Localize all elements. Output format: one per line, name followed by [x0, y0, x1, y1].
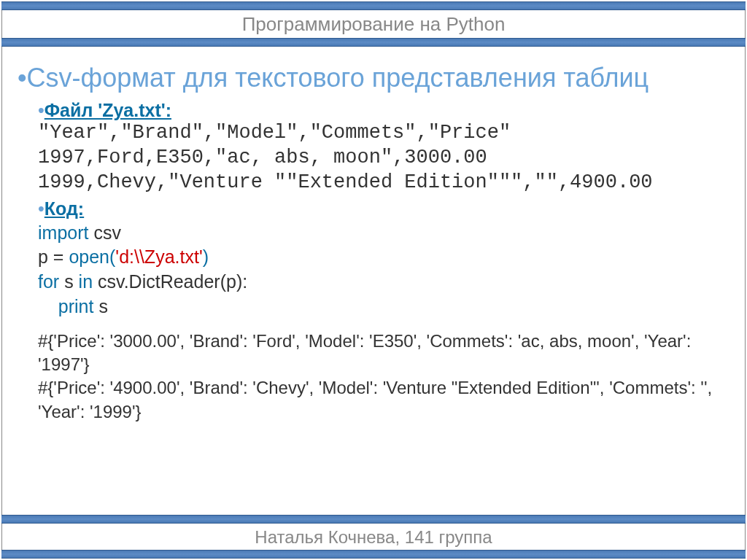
main-title: •Csv-формат для текстового представления… — [18, 63, 729, 93]
file-line-1: "Year","Brand","Model","Commets","Price" — [38, 121, 729, 146]
keyword-for: for — [38, 271, 59, 292]
keyword-print: print — [58, 296, 94, 316]
output-block: #{'Price': '3000.00', 'Brand': 'Ford', '… — [38, 330, 729, 424]
file-line-3: 1999,Chevy,"Venture ""Extended Edition""… — [38, 171, 729, 195]
code-line-3: for s in csv.DictReader(p): — [38, 270, 729, 295]
bullet-icon: • — [38, 198, 44, 219]
output-line-2: #{'Price': '4900.00', 'Brand': 'Chevy', … — [38, 376, 729, 424]
header-region: Программирование на Python — [1, 1, 746, 47]
header-title: Программирование на Python — [1, 13, 746, 36]
footer-region: Наталья Кочнева, 141 группа — [1, 515, 746, 559]
indent — [38, 296, 58, 316]
sub-block: •Файл 'Zya.txt': "Year","Brand","Model",… — [38, 100, 729, 424]
file-line-2: 1997,Ford,E350,"ac, abs, moon",3000.00 — [38, 146, 729, 171]
var-assign: p = — [38, 246, 69, 267]
keyword-import: import — [38, 222, 88, 243]
footer-text: Наталья Кочнева, 141 группа — [1, 527, 746, 548]
top-divider-lower — [1, 38, 746, 47]
code-line-1: import csv — [38, 221, 729, 246]
content-region: •Csv-формат для текстового представления… — [1, 52, 746, 513]
loop-var: s — [59, 271, 78, 292]
code-label-line: •Код: — [38, 198, 729, 219]
footer-area: Наталья Кочнева, 141 группа — [1, 524, 746, 550]
module-name: csv — [88, 222, 120, 243]
print-arg: s — [93, 296, 107, 316]
header-area: Программирование на Python — [1, 10, 746, 38]
main-title-text: Csv-формат для текстового представления … — [27, 63, 649, 93]
file-label-line: •Файл 'Zya.txt': — [38, 100, 729, 121]
bullet-icon: • — [18, 63, 27, 93]
code-line-2: p = open('d:\\Zya.txt') — [38, 245, 729, 270]
bottom-divider-upper — [1, 515, 746, 524]
keyword-in: in — [79, 271, 93, 292]
close-paren: ) — [203, 246, 209, 267]
code-label: Код: — [44, 198, 84, 219]
bottom-divider-lower — [1, 550, 746, 559]
string-path: 'd:\\Zya.txt' — [115, 246, 202, 267]
content: •Csv-формат для текстового представления… — [1, 52, 746, 513]
bullet-icon: • — [38, 100, 44, 120]
func-open: open( — [69, 246, 115, 267]
output-line-1: #{'Price': '3000.00', 'Brand': 'Ford', '… — [38, 330, 729, 377]
top-divider-upper — [1, 1, 746, 10]
file-label: Файл 'Zya.txt': — [44, 100, 171, 120]
code-line-4: print s — [38, 295, 729, 319]
loop-iter: csv.DictReader(p): — [93, 271, 247, 292]
code-block: import csv p = open('d:\\Zya.txt') for s… — [38, 221, 729, 319]
